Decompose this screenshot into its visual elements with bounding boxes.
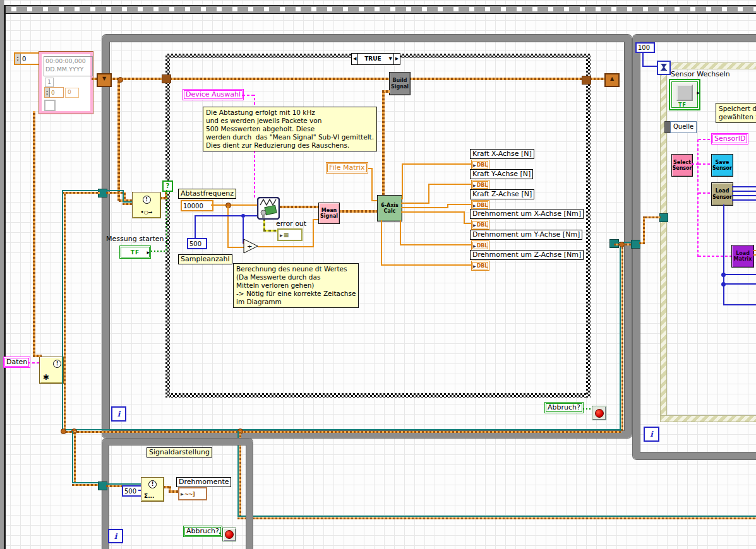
iteration-terminal-signal[interactable]: i xyxy=(108,529,123,543)
event-timeout-terminal[interactable] xyxy=(657,61,671,75)
abbruch-signal-label[interactable]: Abbruch? xyxy=(183,526,222,537)
messung-starten-control[interactable]: TF ▶ xyxy=(119,245,151,259)
six-axis-calc-node[interactable]: 6-Axis Calc xyxy=(377,195,402,221)
event-structure-border-left xyxy=(661,63,666,422)
terminal-arrow-icon: ▶ xyxy=(473,244,476,248)
cluster-numeric-a[interactable]: ▴▾ 0 xyxy=(44,87,64,98)
collector-express-vi[interactable]: ! Σ... xyxy=(141,477,164,502)
cluster-index[interactable]: 1 xyxy=(45,78,54,87)
file-matrix-label[interactable]: File Matrix xyxy=(326,162,368,174)
warning-icon: ! xyxy=(53,360,61,368)
wire-bool-h xyxy=(151,251,167,252)
wire-load-2 xyxy=(732,191,756,192)
error-out-label: error out xyxy=(276,220,306,228)
quelle-label[interactable]: Quelle xyxy=(670,121,697,133)
error-out-indicator[interactable]: ▶ ▦ xyxy=(277,228,303,241)
indicator-kraft-y-terminal[interactable]: ▶DBL xyxy=(471,180,489,190)
wire-event-h2 xyxy=(645,216,661,218)
case-next-arrow-icon[interactable]: ▶ xyxy=(393,54,400,64)
wire-rate-h xyxy=(211,204,258,206)
terminal-arrow-icon: ▶ xyxy=(473,163,476,167)
wire-b3-h2 xyxy=(448,204,471,205)
terminal-arrow-icon: ▶ xyxy=(147,250,150,254)
wire-rate-v xyxy=(227,206,229,248)
sequence-left-border xyxy=(4,5,6,549)
shift-register-right[interactable]: ▲ xyxy=(604,73,620,87)
button-face[interactable] xyxy=(676,85,693,101)
shift-register-left[interactable]: ▼ xyxy=(97,73,112,87)
case-dropdown-icon[interactable]: ▼ xyxy=(387,54,393,64)
bus-b-orange xyxy=(64,192,66,430)
wire-top-rail-2 xyxy=(170,78,389,80)
wire-b5-h xyxy=(400,244,471,245)
device-auswahl-label[interactable]: Device Auswahl xyxy=(183,89,244,100)
indicator-drehmoment-y-label: Drehmoment um Y-Achse [Nm] xyxy=(470,230,582,240)
daten-control-label[interactable]: Daten xyxy=(3,357,30,368)
flat-sequence-border xyxy=(6,5,756,14)
terminal-arrow-icon: ▶ xyxy=(473,203,476,208)
clear-icon: ∗ xyxy=(42,373,50,381)
wire-b6-v xyxy=(381,220,382,266)
wire-pair-in-orange-h2 xyxy=(123,203,132,205)
stop-button-signal[interactable] xyxy=(222,528,236,541)
indicator-kraft-y-label: Kraft Y-Achse [N] xyxy=(470,169,533,179)
stop-button-main[interactable] xyxy=(592,406,606,420)
wire-load-h3 xyxy=(723,304,756,305)
messung-starten-label: Messung starten xyxy=(106,235,164,244)
bus-b-teal xyxy=(62,190,63,430)
timeout-constant[interactable]: 100 xyxy=(635,42,655,53)
drehmomente-terminal[interactable]: ▶ ~~] xyxy=(178,487,207,500)
comment-dt: Berechnung des neune dt Wertes (Da Messw… xyxy=(233,263,359,308)
tunnel-sensorloop-left xyxy=(631,240,640,249)
wire-b4-h1 xyxy=(401,211,465,213)
indicator-kraft-x-terminal[interactable]: ▶DBL xyxy=(471,160,489,170)
numeric-constant-init[interactable]: ▴▾ 0 xyxy=(14,52,40,65)
sensor-wechseln-boolean[interactable]: TF ▶ xyxy=(669,79,700,110)
bus-d-teal-v xyxy=(72,431,73,483)
wire-error-h xyxy=(263,230,277,232)
sensor-wechseln-label: Sensor Wechseln xyxy=(671,70,730,79)
mean-signal-node[interactable]: Mean Signal xyxy=(318,203,340,224)
indicator-drehmoment-z-terminal[interactable]: ▶DBL xyxy=(471,261,489,271)
daq-assistant-node[interactable] xyxy=(257,197,280,220)
load-matrix-node[interactable]: Load Matrix xyxy=(731,245,754,268)
case-selector-tunnel: ? xyxy=(162,180,173,192)
indicator-drehmoment-x-terminal[interactable]: ▶DBL xyxy=(471,220,489,230)
case-selector-value[interactable]: TRUE xyxy=(358,54,387,64)
indicator-drehmoment-y-terminal[interactable]: ▶DBL xyxy=(471,240,489,251)
wire-b4-v xyxy=(464,211,465,224)
wait-express-vi[interactable]: ! •○→ xyxy=(132,192,161,218)
case-selector[interactable]: ◀ TRUE ▼ ▶ xyxy=(351,53,400,65)
save-sensor-node[interactable]: Save Sensor xyxy=(711,154,733,177)
wire-pink-to-load xyxy=(699,192,711,194)
terminal-arrow-icon: ▶ xyxy=(280,233,283,237)
select-sensor-node[interactable]: Select Sensor xyxy=(671,154,693,177)
case-prev-arrow-icon[interactable]: ◀ xyxy=(352,54,358,64)
abbruch-main-label[interactable]: Abbruch? xyxy=(544,402,584,413)
sampleanzahl-label: Sampleanzahl xyxy=(178,254,232,264)
cluster-numeric-b[interactable]: 0 xyxy=(65,88,79,98)
labview-block-diagram: ▴▾ 0 00:00:00,000DD.MM.YYYY 1 ▴▾ 0 0 Dat… xyxy=(0,0,756,549)
timestamp-display[interactable]: 00:00:00,000DD.MM.YYYY xyxy=(44,56,93,76)
daten-express-vi[interactable]: ! ∗ xyxy=(39,357,64,384)
wire-timeout-v xyxy=(642,53,644,67)
numeric-constant-value: 0 xyxy=(21,55,26,63)
iteration-terminal-sensor[interactable]: i xyxy=(644,427,659,442)
iteration-terminal-main[interactable]: i xyxy=(111,406,126,422)
build-signal-node[interactable]: Build Signal xyxy=(389,72,411,95)
sensor-id-label[interactable]: SensorID xyxy=(711,133,748,145)
abtastfrequenz-constant[interactable]: 10000 xyxy=(181,200,213,211)
indicator-kraft-x-label: Kraft X-Achse [N] xyxy=(470,149,534,159)
sampleanzahl-constant[interactable]: 500 xyxy=(187,238,207,249)
load-sensor-node[interactable]: Load Sensor xyxy=(711,182,733,206)
wire-top-rail-3 xyxy=(409,78,582,80)
spinner-icon[interactable]: ▴▾ xyxy=(45,88,50,97)
wire-b2-h2 xyxy=(429,184,471,185)
terminal-arrow-icon: ▶ xyxy=(473,264,476,268)
divide-function[interactable]: ÷ xyxy=(243,239,258,254)
collector-count-constant[interactable]: 500 xyxy=(122,485,142,497)
timestamp-cluster-constant[interactable]: 00:00:00,000DD.MM.YYYY 1 ▴▾ 0 0 xyxy=(39,51,93,114)
wire-count-h xyxy=(195,215,258,216)
cluster-boolean[interactable] xyxy=(44,100,56,111)
spinner-icon[interactable]: ▴▾ xyxy=(15,54,21,64)
